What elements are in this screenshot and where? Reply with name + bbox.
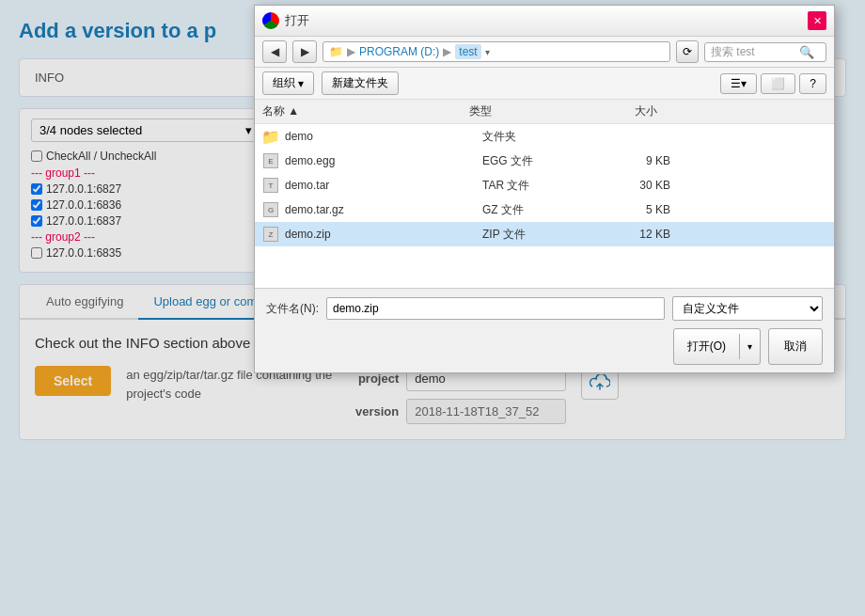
address-part-test[interactable]: test: [455, 44, 480, 59]
view-preview-button[interactable]: ⬜: [761, 73, 795, 94]
file-name-demo: demo: [285, 130, 482, 143]
dialog-titlebar: 打开 ✕: [255, 6, 834, 37]
dialog-address-toolbar: ◀ ▶ 📁 ▶ PROGRAM (D:) ▶ test ▾ ⟳ 🔍: [255, 37, 834, 68]
open-button-arrow-icon[interactable]: ▾: [740, 337, 760, 356]
dialog-title-text: 打开: [285, 12, 309, 29]
view-details-button[interactable]: ☰▾: [720, 73, 757, 94]
file-icon-gz: G: [262, 201, 279, 218]
search-icon: 🔍: [799, 45, 814, 59]
file-size-tar: 30 KB: [595, 179, 670, 192]
address-bar[interactable]: 📁 ▶ PROGRAM (D:) ▶ test ▾: [322, 41, 670, 62]
file-row-demo-tar[interactable]: T demo.tar TAR 文件 30 KB: [255, 173, 834, 197]
file-type-egg: EGG 文件: [482, 153, 595, 169]
file-row-demo[interactable]: 📁 demo 文件夹: [255, 124, 834, 149]
address-sep1: ▶: [347, 45, 355, 58]
file-type-demo: 文件夹: [482, 129, 595, 145]
dialog-actions-bar: 组织 ▾ 新建文件夹 ☰▾ ⬜ ?: [255, 68, 834, 100]
chrome-icon: [262, 12, 279, 29]
file-list: 名称 ▲ 类型 大小 📁 demo 文件夹 E demo.egg: [255, 100, 834, 288]
organize-button[interactable]: 组织 ▾: [262, 71, 314, 95]
file-name-tar: demo.tar: [285, 179, 482, 192]
file-size-zip: 12 KB: [595, 228, 670, 241]
filename-row: 文件名(N): 自定义文件: [266, 296, 823, 321]
file-open-dialog: 打开 ✕ ◀ ▶ 📁 ▶ PROGRAM (D:) ▶ test ▾ ⟳ 🔍 组…: [254, 5, 835, 373]
file-icon-egg: E: [262, 152, 279, 169]
filename-label: 文件名(N):: [266, 301, 319, 317]
dialog-buttons-row: 打开(O) ▾ 取消: [266, 328, 823, 365]
file-list-header: 名称 ▲ 类型 大小: [255, 100, 834, 124]
address-part-program[interactable]: PROGRAM (D:): [359, 45, 439, 58]
address-sep2: ▶: [443, 45, 451, 58]
folder-icon-sm: 📁: [329, 45, 343, 58]
col-type-header[interactable]: 类型: [469, 103, 582, 119]
file-icon-tar: T: [262, 177, 279, 194]
file-name-zip: demo.zip: [285, 228, 482, 241]
back-button[interactable]: ◀: [262, 40, 287, 63]
col-size-header[interactable]: 大小: [582, 103, 657, 119]
open-button-label: 打开(O): [674, 334, 740, 359]
file-row-demo-targz[interactable]: G demo.tar.gz GZ 文件 5 KB: [255, 197, 834, 222]
organize-dropdown-icon: ▾: [298, 77, 304, 90]
search-input[interactable]: [711, 45, 795, 58]
file-row-demo-egg[interactable]: E demo.egg EGG 文件 9 KB: [255, 149, 834, 173]
dialog-resize-handle[interactable]: [825, 363, 834, 372]
file-type-tar: TAR 文件: [482, 178, 595, 194]
filetype-select[interactable]: 自定义文件: [672, 296, 823, 321]
dialog-close-button[interactable]: ✕: [808, 11, 826, 30]
search-box[interactable]: 🔍: [704, 42, 826, 62]
forward-button[interactable]: ▶: [292, 40, 317, 63]
file-type-zip: ZIP 文件: [482, 227, 595, 243]
file-type-gz: GZ 文件: [482, 202, 595, 218]
folder-icon-demo: 📁: [262, 128, 279, 145]
address-dropdown-icon[interactable]: ▾: [485, 47, 490, 57]
dialog-bottom: 文件名(N): 自定义文件 打开(O) ▾ 取消: [255, 288, 834, 372]
file-size-egg: 9 KB: [595, 154, 670, 167]
col-name-header[interactable]: 名称 ▲: [262, 103, 469, 119]
file-row-demo-zip[interactable]: Z demo.zip ZIP 文件 12 KB: [255, 222, 834, 246]
cancel-button[interactable]: 取消: [768, 328, 823, 365]
file-name-egg: demo.egg: [285, 154, 482, 167]
filename-input[interactable]: [326, 297, 665, 320]
view-icons: ☰▾ ⬜ ?: [720, 73, 826, 94]
dialog-title-left: 打开: [262, 12, 309, 29]
file-icon-zip: Z: [262, 226, 279, 243]
refresh-button[interactable]: ⟳: [676, 40, 699, 63]
file-size-gz: 5 KB: [595, 203, 670, 216]
open-button[interactable]: 打开(O) ▾: [673, 328, 761, 365]
help-button[interactable]: ?: [799, 73, 826, 94]
new-folder-button[interactable]: 新建文件夹: [322, 71, 399, 95]
file-name-gz: demo.tar.gz: [285, 203, 482, 216]
